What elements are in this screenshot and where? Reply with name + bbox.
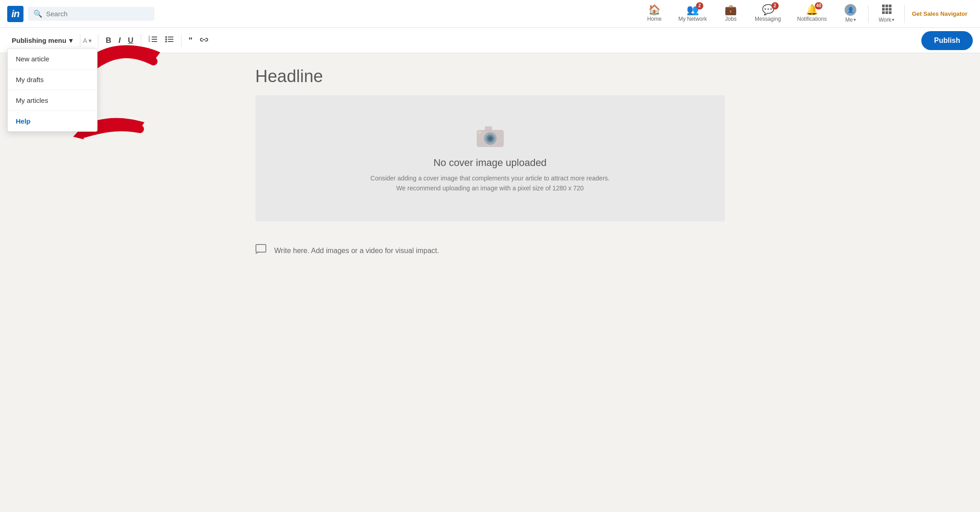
dropdown-new-article[interactable]: New article (8, 49, 97, 69)
search-input[interactable] (46, 10, 149, 18)
nav-home[interactable]: 🏠 Home (639, 0, 670, 28)
nav-me-label: Me ▾ (845, 17, 856, 23)
publish-button[interactable]: Publish (921, 31, 973, 50)
italic-button[interactable]: I (115, 33, 125, 48)
svg-rect-4 (885, 8, 888, 10)
svg-rect-6 (882, 11, 885, 14)
ordered-list-button[interactable]: 1.2.3. (145, 32, 161, 48)
write-icon (255, 244, 268, 258)
dropdown-my-articles[interactable]: My articles (8, 90, 97, 111)
nav-home-label: Home (647, 16, 662, 22)
headline-placeholder[interactable]: Headline (255, 67, 323, 86)
quote-button[interactable]: " (185, 33, 196, 48)
nav-notifications[interactable]: 🔔 40 Notifications (789, 0, 835, 28)
svg-rect-5 (889, 8, 892, 10)
svg-rect-28 (478, 131, 481, 134)
link-button[interactable] (196, 34, 212, 47)
dropdown-my-drafts[interactable]: My drafts (8, 69, 97, 90)
dropdown-help[interactable]: Help (8, 111, 97, 131)
font-size-control[interactable]: A ▾ (83, 37, 92, 44)
nav-messaging[interactable]: 💬 2 Messaging (747, 0, 789, 28)
svg-text:3.: 3. (149, 40, 151, 42)
my-network-badge: 2 (696, 2, 703, 9)
linkedin-logo[interactable]: in (7, 6, 23, 22)
toolbar-sep-2 (98, 34, 98, 47)
nav-jobs-label: Jobs (725, 16, 736, 22)
write-area[interactable]: Write here. Add images or a video for vi… (255, 235, 725, 267)
messaging-badge: 2 (771, 2, 779, 9)
notifications-icon: 🔔 40 (806, 5, 818, 15)
svg-point-20 (165, 41, 167, 42)
toolbar-sep-4 (181, 34, 181, 47)
toolbar-sep-1 (80, 34, 80, 47)
work-icon (882, 4, 892, 16)
svg-rect-8 (889, 11, 892, 14)
svg-point-19 (165, 38, 167, 40)
jobs-icon: 💼 (725, 5, 737, 15)
publishing-menu-button[interactable]: Publishing menu ▾ (7, 33, 77, 48)
svg-rect-2 (889, 5, 892, 7)
me-icon: 👤 (845, 4, 856, 16)
nav-work-label: Work ▾ (878, 17, 894, 23)
search-box[interactable]: 🔍 (28, 7, 154, 21)
messaging-icon: 💬 2 (762, 5, 774, 15)
svg-rect-3 (882, 8, 885, 10)
nav-notifications-label: Notifications (797, 16, 827, 22)
cover-image-desc: Consider adding a cover image that compl… (371, 173, 610, 194)
unordered-list-button[interactable] (161, 32, 177, 48)
publishing-dropdown: New article My drafts My articles Help (7, 48, 98, 132)
cover-image-area[interactable]: No cover image uploaded Consider adding … (255, 95, 725, 221)
headline-area[interactable]: Headline (255, 53, 725, 95)
svg-point-18 (165, 36, 167, 38)
nav-my-network[interactable]: 👥 2 My Network (670, 0, 715, 28)
my-network-icon: 👥 2 (687, 5, 699, 15)
nav-items: 🏠 Home 👥 2 My Network 💼 Jobs 💬 2 Messagi… (639, 0, 973, 28)
avatar: 👤 (845, 4, 856, 16)
nav-jobs[interactable]: 💼 Jobs (715, 0, 747, 28)
top-navigation: in 🔍 🏠 Home 👥 2 My Network 💼 Jobs 💬 2 Me… (0, 0, 980, 28)
search-icon: 🔍 (33, 9, 42, 18)
svg-rect-7 (885, 11, 888, 14)
chevron-down-icon: ▾ (69, 37, 73, 45)
nav-messaging-label: Messaging (755, 16, 781, 22)
publishing-menu-label: Publishing menu (12, 37, 66, 44)
bold-button[interactable]: B (102, 33, 115, 48)
svg-rect-29 (256, 244, 266, 252)
underline-button[interactable]: U (124, 33, 137, 48)
cover-image-title: No cover image uploaded (433, 157, 547, 169)
editor-area: Headline No cover image uploaded Conside… (242, 53, 738, 267)
toolbar-left: Publishing menu ▾ New article My drafts … (7, 33, 77, 48)
svg-point-26 (488, 136, 492, 141)
camera-icon (476, 124, 505, 150)
get-sales-navigator[interactable]: Get Sales Navigator (906, 10, 973, 17)
svg-rect-1 (885, 5, 888, 7)
svg-rect-0 (882, 5, 885, 7)
editor-toolbar: Publishing menu ▾ New article My drafts … (0, 28, 980, 53)
write-placeholder[interactable]: Write here. Add images or a video for vi… (274, 247, 439, 255)
toolbar-sep-3 (141, 34, 141, 47)
svg-rect-27 (485, 126, 492, 131)
nav-divider-2 (904, 5, 905, 23)
nav-work[interactable]: Work ▾ (870, 0, 902, 28)
nav-me[interactable]: 👤 Me ▾ (835, 0, 866, 28)
nav-my-network-label: My Network (678, 16, 707, 22)
nav-divider (868, 5, 869, 23)
notifications-badge: 40 (815, 2, 822, 9)
home-icon: 🏠 (648, 5, 660, 15)
